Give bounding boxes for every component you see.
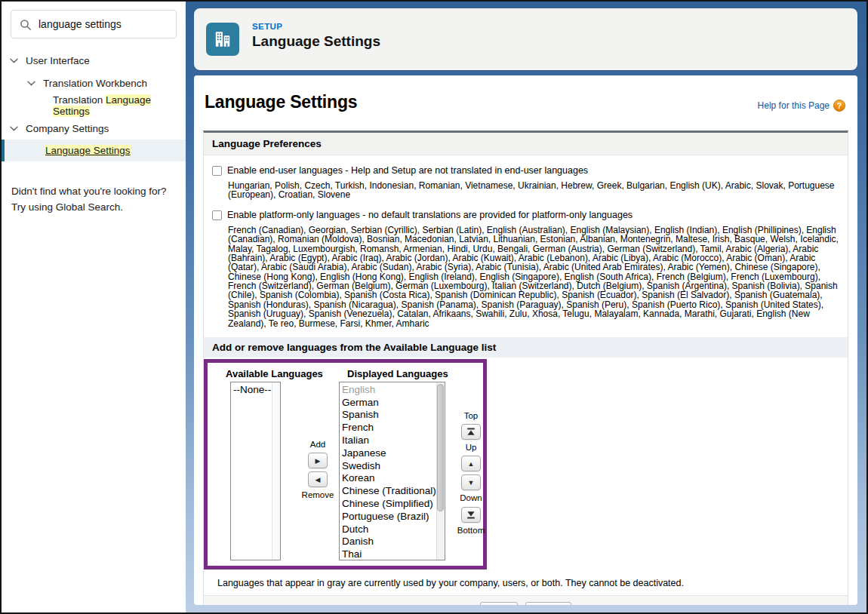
- list-option[interactable]: Japanese: [342, 447, 436, 460]
- sidebar-item-translation-workbench[interactable]: Translation Workbench: [2, 72, 186, 94]
- move-down-button[interactable]: ▼: [461, 474, 481, 490]
- right-arrow-icon: ▶: [315, 457, 321, 465]
- displayed-options: EnglishGermanSpanishFrenchItalianJapanes…: [340, 382, 436, 560]
- bottom-label: Bottom: [457, 526, 485, 536]
- list-option[interactable]: --None--: [233, 384, 271, 397]
- enduser-languages-checkbox[interactable]: [212, 166, 222, 176]
- setup-sidebar: User Interface Translation Workbench Tra…: [2, 2, 186, 612]
- scrollbar-track[interactable]: [272, 382, 280, 560]
- section-header-language-preferences: Language Preferences: [204, 133, 848, 155]
- enduser-languages-label: Enable end-user languages - Help and Set…: [227, 165, 588, 176]
- tree-item-label: Translation Workbench: [43, 78, 147, 89]
- sidebar-item-user-interface[interactable]: User Interface: [2, 49, 186, 72]
- enduser-languages-row: Enable end-user languages - Help and Set…: [212, 165, 839, 176]
- hint-line-1: Didn't find what you're looking for?: [11, 184, 176, 200]
- available-languages-label: Available Languages: [226, 368, 323, 379]
- help-for-this-page-link[interactable]: Help for this Page: [758, 100, 830, 111]
- list-option[interactable]: French: [342, 422, 436, 434]
- remove-label: Remove: [302, 490, 334, 500]
- hint-line-2: Try using Global Search.: [11, 200, 176, 216]
- list-option[interactable]: Italian: [342, 434, 436, 447]
- available-languages-listbox[interactable]: --None--: [230, 382, 281, 560]
- page-title: Language Settings: [205, 92, 848, 112]
- tree-item-label: Translation Language Settings: [53, 94, 186, 117]
- preferences-body: Enable end-user languages - Help and Set…: [204, 155, 848, 337]
- help-link-group[interactable]: Help for this Page ?: [758, 100, 845, 112]
- save-button[interactable]: Save: [480, 602, 518, 605]
- up-arrow-icon: ▲: [468, 460, 475, 468]
- list-option[interactable]: Danish: [342, 536, 436, 548]
- setup-eyebrow: SETUP: [252, 22, 380, 31]
- scrollbar-thumb[interactable]: [437, 384, 444, 511]
- cancel-button[interactable]: Cancel: [525, 602, 571, 605]
- language-preferences-block: Language Preferences Enable end-user lan…: [203, 130, 848, 605]
- add-label: Add: [310, 440, 325, 450]
- global-search-hint: Didn't find what you're looking for? Try…: [11, 184, 176, 216]
- move-top-button[interactable]: [461, 424, 481, 440]
- chevron-down-icon[interactable]: [27, 81, 36, 86]
- top-arrow-icon: [466, 428, 476, 436]
- dual-listbox-area: Available Languages Displayed Languages …: [204, 358, 848, 572]
- down-label: Down: [460, 493, 482, 503]
- sidebar-item-translation-language-settings[interactable]: Translation Language Settings: [2, 94, 186, 117]
- setup-tree: User Interface Translation Workbench Tra…: [2, 49, 186, 161]
- list-option[interactable]: Chinese (Simplified): [342, 498, 436, 511]
- displayed-languages-label: Displayed Languages: [347, 368, 448, 379]
- platform-languages-checkbox[interactable]: [212, 210, 222, 220]
- search-highlight: Language Settings: [45, 145, 131, 156]
- setup-page-title: Language Settings: [252, 33, 380, 50]
- down-arrow-icon: ▼: [468, 479, 475, 487]
- add-remove-controls: Add ▶ ◀ Remove: [298, 438, 337, 502]
- bottom-arrow-icon: [466, 511, 476, 519]
- search-icon: [20, 19, 32, 31]
- list-option[interactable]: English: [342, 384, 436, 397]
- up-label: Up: [466, 443, 477, 453]
- list-option[interactable]: Thai: [342, 548, 436, 560]
- gray-languages-note: Languages that appear in gray are curren…: [217, 578, 848, 588]
- list-option[interactable]: Spanish: [342, 409, 436, 422]
- sidebar-item-language-settings-selected[interactable]: Language Settings: [2, 140, 186, 161]
- top-label: Top: [464, 411, 479, 421]
- tree-item-label: Company Settings: [26, 123, 109, 134]
- list-option[interactable]: Korean: [342, 472, 436, 485]
- list-option[interactable]: Portuguese (Brazil): [342, 511, 436, 523]
- left-arrow-icon: ◀: [315, 476, 321, 484]
- reorder-controls: Top Up ▲ ▼ Down Bottom: [452, 410, 490, 537]
- chevron-down-icon[interactable]: [10, 58, 19, 63]
- remove-button[interactable]: ◀: [308, 471, 328, 487]
- screenshot-frame: User Interface Translation Workbench Tra…: [0, 0, 868, 614]
- chevron-down-icon[interactable]: [10, 126, 19, 131]
- language-settings-panel: Help for this Page ? Language Settings L…: [194, 75, 857, 605]
- list-option[interactable]: Chinese (Traditional): [342, 485, 436, 498]
- setup-page-header: SETUP Language Settings: [194, 8, 857, 70]
- list-option[interactable]: German: [342, 397, 436, 410]
- enduser-languages-list: Hungarian, Polish, Czech, Turkish, Indon…: [228, 181, 839, 200]
- scrollbar-track[interactable]: [436, 382, 445, 560]
- help-question-icon[interactable]: ?: [833, 100, 845, 112]
- move-bottom-button[interactable]: [461, 507, 481, 523]
- quick-find-search[interactable]: [11, 10, 177, 38]
- tree-item-label: Language Settings: [45, 145, 131, 156]
- available-options: --None--: [231, 382, 271, 397]
- form-footer: Save Cancel: [204, 595, 848, 605]
- section-header-add-remove: Add or remove languages from the Availab…: [204, 337, 848, 358]
- annotation-highlight-box: Available Languages Displayed Languages …: [204, 359, 487, 569]
- buildings-icon: [206, 23, 239, 56]
- move-up-button[interactable]: ▲: [461, 456, 481, 471]
- add-button[interactable]: ▶: [308, 453, 328, 468]
- search-input[interactable]: [11, 11, 176, 38]
- sidebar-item-company-settings[interactable]: Company Settings: [2, 117, 186, 140]
- platform-languages-label: Enable platform-only languages - no defa…: [227, 210, 633, 220]
- displayed-languages-listbox[interactable]: EnglishGermanSpanishFrenchItalianJapanes…: [339, 382, 445, 560]
- list-option[interactable]: Dutch: [342, 523, 436, 536]
- platform-languages-list: French (Canadian), Georgian, Serbian (Cy…: [228, 226, 839, 328]
- tree-item-label: User Interface: [26, 55, 90, 66]
- platform-languages-row: Enable platform-only languages - no defa…: [212, 210, 839, 220]
- list-option[interactable]: Swedish: [342, 460, 436, 473]
